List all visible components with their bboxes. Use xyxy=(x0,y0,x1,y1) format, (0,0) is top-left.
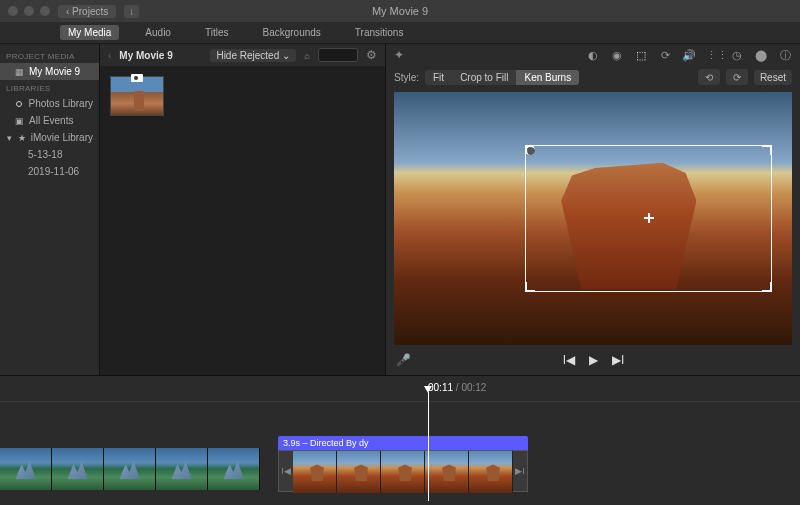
timecode-total: 00:12 xyxy=(461,382,486,393)
photos-label: Photos Library xyxy=(29,98,93,109)
tab-transitions[interactable]: Transitions xyxy=(347,25,412,40)
seg-ken-burns[interactable]: Ken Burns xyxy=(516,70,579,85)
imovie-library-label: iMovie Library xyxy=(31,132,93,143)
crop-rectangle[interactable] xyxy=(525,145,772,292)
crop-handle-tl[interactable] xyxy=(525,145,535,155)
crop-style-bar: Style: Fit Crop to Fill Ken Burns ⟲ ⟳ Re… xyxy=(386,66,800,88)
filter-label: Hide Rejected xyxy=(216,50,279,61)
box-icon: ▣ xyxy=(14,116,24,126)
sidebar-item-event-1[interactable]: 5-13-18 xyxy=(0,146,99,163)
project-media-header: PROJECT MEDIA xyxy=(0,48,99,63)
seg-crop-to-fill[interactable]: Crop to Fill xyxy=(452,70,516,85)
sidebar-item-event-2[interactable]: 2019-11-06 xyxy=(0,163,99,180)
projects-label: Projects xyxy=(72,6,108,17)
clip-frame xyxy=(52,448,104,490)
import-button[interactable]: ↓ xyxy=(124,5,139,18)
clip-trim-right-icon[interactable]: ▶I xyxy=(513,451,527,491)
clip-frame xyxy=(381,451,425,493)
zoom-window-icon[interactable] xyxy=(40,6,50,16)
crop-handle-br[interactable] xyxy=(762,282,772,292)
volume-icon[interactable]: 🔊 xyxy=(682,49,696,62)
playhead[interactable] xyxy=(428,392,429,501)
event-1-label: 5-13-18 xyxy=(28,149,62,160)
preview-viewport[interactable] xyxy=(394,92,792,345)
timeline[interactable]: 00:11 / 00:12 3.9s – Directed By dy I◀ ▶… xyxy=(0,375,800,505)
clip-title-bar[interactable]: 3.9s – Directed By dy xyxy=(278,436,528,450)
color-correction-icon[interactable]: ◉ xyxy=(610,49,624,62)
browser-title: My Movie 9 xyxy=(119,50,172,61)
camera-badge-icon xyxy=(131,74,143,82)
clapper-icon: ▦ xyxy=(14,67,24,77)
event-2-label: 2019-11-06 xyxy=(28,166,79,177)
clip-trim-left-icon[interactable]: I◀ xyxy=(279,451,293,491)
sidebar-item-photos[interactable]: Photos Library xyxy=(0,95,99,112)
crop-style-segment: Fit Crop to Fill Ken Burns xyxy=(425,70,579,85)
clip-frame xyxy=(208,448,260,490)
mic-icon[interactable]: 🎤 xyxy=(396,353,411,367)
close-window-icon[interactable] xyxy=(8,6,18,16)
seg-fit[interactable]: Fit xyxy=(425,70,452,85)
clip-frame xyxy=(469,451,513,493)
timeline-clip-2[interactable]: 3.9s – Directed By dy I◀ ▶I xyxy=(278,436,528,492)
filter-dropdown[interactable]: Hide Rejected ⌄ xyxy=(210,49,296,62)
window-title: My Movie 9 xyxy=(372,5,428,17)
rotate-ccw-button[interactable]: ⟲ xyxy=(698,69,720,85)
chevron-left-icon[interactable]: ‹ xyxy=(108,50,111,61)
media-browser: ‹ My Movie 9 Hide Rejected ⌄ ⌕ ⚙ xyxy=(100,44,386,375)
preview-toolbar: ✦ ◐ ◉ ⬚ ⟳ 🔊 ⋮⋮ ◷ ⬤ ⓘ xyxy=(386,44,800,66)
clip-frame xyxy=(293,451,337,493)
traffic-lights xyxy=(8,6,50,16)
sidebar-item-all-events[interactable]: ▣ All Events xyxy=(0,112,99,129)
filter-icon[interactable]: ⬤ xyxy=(754,49,768,62)
style-label: Style: xyxy=(394,72,419,83)
next-button[interactable]: ▶I xyxy=(612,353,624,367)
tab-titles[interactable]: Titles xyxy=(197,25,237,40)
clip-frame xyxy=(156,448,208,490)
stabilization-icon[interactable]: ⟳ xyxy=(658,49,672,62)
info-icon[interactable]: ⓘ xyxy=(778,48,792,63)
libraries-header: LIBRARIES xyxy=(0,80,99,95)
chevron-down-icon: ⌄ xyxy=(282,50,290,61)
rotate-cw-button[interactable]: ⟳ xyxy=(726,69,748,85)
clip-frame xyxy=(337,451,381,493)
library-tabs: My Media Audio Titles Backgrounds Transi… xyxy=(0,22,800,44)
crop-icon[interactable]: ⬚ xyxy=(634,49,648,62)
timecode: 00:11 / 00:12 xyxy=(428,382,486,393)
tab-backgrounds[interactable]: Backgrounds xyxy=(254,25,328,40)
library-sidebar: PROJECT MEDIA ▦ My Movie 9 LIBRARIES Pho… xyxy=(0,44,100,375)
project-name-label: My Movie 9 xyxy=(29,66,80,77)
browser-header: ‹ My Movie 9 Hide Rejected ⌄ ⌕ ⚙ xyxy=(100,44,385,66)
disclosure-triangle-icon[interactable]: ▾ xyxy=(6,133,13,143)
crop-handle-bl[interactable] xyxy=(525,282,535,292)
preview-transport: 🎤 I◀ ▶ ▶I xyxy=(386,345,800,375)
tab-my-media[interactable]: My Media xyxy=(60,25,119,40)
gear-icon[interactable]: ⚙ xyxy=(366,48,377,62)
clip-frame xyxy=(0,448,52,490)
tab-audio[interactable]: Audio xyxy=(137,25,179,40)
play-button[interactable]: ▶ xyxy=(589,353,598,367)
crop-center-icon xyxy=(644,213,654,223)
timeline-clip-1[interactable] xyxy=(0,448,260,490)
clip-frame xyxy=(104,448,156,490)
timeline-ruler[interactable]: 00:11 / 00:12 xyxy=(0,376,800,402)
wand-icon[interactable]: ✦ xyxy=(394,48,404,62)
speed-icon[interactable]: ◷ xyxy=(730,49,744,62)
star-icon: ★ xyxy=(18,133,26,143)
prev-button[interactable]: I◀ xyxy=(563,353,575,367)
media-clip-thumbnail[interactable] xyxy=(110,76,164,116)
sidebar-item-imovie-library[interactable]: ▾ ★ iMovie Library xyxy=(0,129,99,146)
crop-handle-tr[interactable] xyxy=(762,145,772,155)
preview-pane: ✦ ◐ ◉ ⬚ ⟳ 🔊 ⋮⋮ ◷ ⬤ ⓘ Style: Fit Crop to … xyxy=(386,44,800,375)
sidebar-item-project[interactable]: ▦ My Movie 9 xyxy=(0,63,99,80)
window-titlebar: ‹ Projects ↓ My Movie 9 xyxy=(0,0,800,22)
all-events-label: All Events xyxy=(29,115,73,126)
noise-icon[interactable]: ⋮⋮ xyxy=(706,49,720,62)
reset-button[interactable]: Reset xyxy=(754,70,792,85)
color-balance-icon[interactable]: ◐ xyxy=(586,49,600,62)
clip-frame xyxy=(425,451,469,493)
minimize-window-icon[interactable] xyxy=(24,6,34,16)
search-icon: ⌕ xyxy=(304,50,310,61)
search-input[interactable] xyxy=(318,48,358,62)
projects-back-button[interactable]: ‹ Projects xyxy=(58,5,116,18)
photos-icon xyxy=(14,99,24,109)
